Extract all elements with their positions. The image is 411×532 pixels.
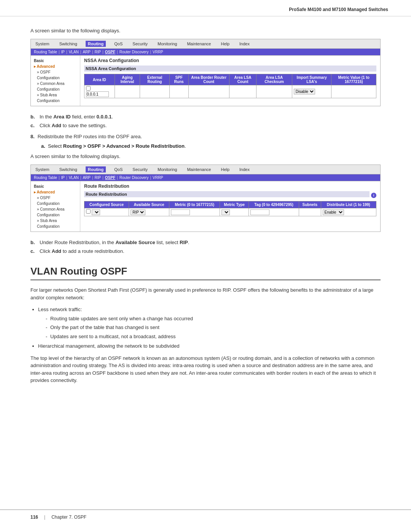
sub-bullet-multicast: Updates are sent to a multicast, not a b… <box>46 333 381 340</box>
sidebar-stub-config[interactable]: Configuration <box>31 98 80 104</box>
nav-system[interactable]: System <box>34 41 51 47</box>
sub-nav-1: Routing Table | IP | VLAN | ARP | RIP | … <box>31 49 380 56</box>
sidebar2-stub-area[interactable]: » Stub Area <box>31 218 80 224</box>
nssa-table: Area ID Aging Interval External Routing … <box>84 74 376 98</box>
tag-input[interactable] <box>250 209 269 215</box>
label-a: a. Select Routing > OSPF > Advanced > Ro… <box>41 143 186 149</box>
nav-help[interactable]: Help <box>219 41 231 47</box>
nav2-index[interactable]: Index <box>238 166 251 173</box>
subnav-vlan[interactable]: VLAN <box>69 50 79 54</box>
cell-import: Disable Enable <box>292 85 331 98</box>
nav-maintenance[interactable]: Maintenance <box>185 41 212 47</box>
col-area-id: Area ID <box>84 74 115 85</box>
import-select[interactable]: Disable Enable <box>294 89 315 94</box>
enable-select[interactable]: Enable Disable <box>323 209 344 215</box>
intro-text-1: A screen similar to the following displa… <box>30 28 381 34</box>
sidebar2-stub-config[interactable]: Configuration <box>31 224 80 229</box>
vlan-routing-ospf-heading: VLAN Routing OSPF <box>30 265 381 280</box>
bullet-hierarchical: Hierarchical management, allowing the ne… <box>38 342 381 350</box>
subnav-rip[interactable]: RIP <box>95 50 101 54</box>
nav-routing[interactable]: Routing <box>86 41 106 47</box>
metric-type-select[interactable] <box>221 209 230 215</box>
cell-metric <box>331 85 376 98</box>
metric-input[interactable] <box>171 209 190 215</box>
subnav-arp[interactable]: ARP <box>83 50 91 54</box>
nav2-security[interactable]: Security <box>131 166 149 173</box>
sidebar-ospf-config[interactable]: Configuration <box>31 75 80 81</box>
nav2-monitoring[interactable]: Monitoring <box>156 166 178 173</box>
footer-chapter: Chapter 7. OSPF <box>51 514 86 520</box>
label-c2: c. <box>30 248 37 254</box>
col-metric-val: Metric (0 to 16777215) <box>169 201 220 208</box>
cell-distribute: Enable Disable <box>321 208 376 216</box>
sidebar2-common-config[interactable]: Configuration <box>31 212 80 218</box>
cell-aging <box>115 85 140 98</box>
subnav-ospf[interactable]: OSPF <box>105 50 115 54</box>
nssa-section-title: NSSA Area Configuration <box>84 58 376 63</box>
sidebar-common-area[interactable]: » Common Area <box>31 81 80 86</box>
subnav-router-discovery[interactable]: Router Discovery <box>119 50 149 54</box>
sidebar2-common-area[interactable]: » Common Area <box>31 206 80 212</box>
subnav2-rip[interactable]: RIP <box>95 176 101 180</box>
configured-source-select[interactable] <box>92 209 100 215</box>
sidebar-common-config[interactable]: Configuration <box>31 86 80 92</box>
table-row: Disable Enable <box>84 85 376 98</box>
subnav2-router-discovery[interactable]: Router Discovery <box>119 176 149 180</box>
nav-index[interactable]: Index <box>238 41 251 47</box>
cell-spf <box>169 85 188 98</box>
sidebar-ospf[interactable]: » OSPF <box>31 69 80 75</box>
sidebar-advanced[interactable]: ▸ Advanced <box>31 64 80 69</box>
nav-qos[interactable]: QoS <box>113 41 124 47</box>
nav2-qos[interactable]: QoS <box>113 166 124 173</box>
redist-sub-title: Route Redistribution <box>84 191 370 197</box>
area-id-input[interactable] <box>86 91 109 97</box>
nav-monitoring[interactable]: Monitoring <box>156 41 178 47</box>
nav2-help[interactable]: Help <box>219 166 231 173</box>
col-import: Import Summary LSA's <box>292 74 331 85</box>
sub-instruction-a: a. Select Routing > OSPF > Advanced > Ro… <box>41 143 381 149</box>
sidebar2-basic[interactable]: Basic <box>31 184 80 189</box>
vlan-para-2: The top level of the hierarchy of an OSP… <box>30 355 381 384</box>
nav2-maintenance[interactable]: Maintenance <box>185 166 212 173</box>
sidebar2-ospf[interactable]: » OSPF <box>31 195 80 201</box>
main-area-2: Route Redistribution Route Redistributio… <box>80 181 380 232</box>
col-external: External Routing <box>140 74 169 85</box>
subnav2-routing-table[interactable]: Routing Table <box>34 176 57 180</box>
subnav2-ospf[interactable]: OSPF <box>105 176 115 180</box>
number-8: 8. <box>30 134 35 139</box>
mockup-body-1: Basic ▸ Advanced » OSPF Configuration » … <box>31 56 380 106</box>
subnav2-vlan[interactable]: VLAN <box>69 176 79 180</box>
subnav-ip[interactable]: IP <box>61 50 65 54</box>
text-c2: Click Add to add a route redistribution. <box>40 248 381 254</box>
subnav2-ip[interactable]: IP <box>61 176 65 180</box>
nav2-switching[interactable]: Switching <box>58 166 79 173</box>
nav-security[interactable]: Security <box>131 41 149 47</box>
sidebar-1: Basic ▸ Advanced » OSPF Configuration » … <box>31 56 80 106</box>
nav-bar-2: System Switching Routing QoS Security Mo… <box>31 165 380 174</box>
subnav2-vrrp[interactable]: VRRP <box>153 176 163 180</box>
available-source-select[interactable]: RIP <box>131 209 145 215</box>
sidebar-stub-area[interactable]: » Stub Area <box>31 92 80 98</box>
label-b2: b. <box>30 240 37 245</box>
redist-checkbox[interactable] <box>86 209 91 214</box>
subnav-routing-table[interactable]: Routing Table <box>34 50 57 54</box>
sidebar-basic[interactable]: Basic <box>31 58 80 64</box>
main-content: A screen similar to the following displa… <box>0 16 411 404</box>
page-footer: 116 | Chapter 7. OSPF <box>0 510 411 524</box>
col-aging: Aging Interval <box>115 74 140 85</box>
sidebar2-advanced[interactable]: ▸ Advanced <box>31 189 80 195</box>
row-checkbox[interactable] <box>86 86 91 91</box>
sidebar-2: Basic ▸ Advanced » OSPF Configuration » … <box>31 181 80 232</box>
mockup-nssa: System Switching Routing QoS Security Mo… <box>30 39 381 106</box>
nav2-system[interactable]: System <box>34 166 51 173</box>
text-b1: In the Area ID field, enter 0.0.0.1. <box>40 114 381 120</box>
label-b1: b. <box>30 114 37 120</box>
text-b2: Under Route Redistribution, in the Avail… <box>40 240 381 245</box>
sidebar2-ospf-config[interactable]: Configuration <box>31 201 80 206</box>
nav2-routing[interactable]: Routing <box>86 166 106 173</box>
subnav2-arp[interactable]: ARP <box>83 176 91 180</box>
subnav-vrrp[interactable]: VRRP <box>153 50 163 54</box>
nav-switching[interactable]: Switching <box>58 41 79 47</box>
info-icon: i <box>371 193 376 198</box>
vlan-para-1: For larger networks Open Shortest Path F… <box>30 286 381 301</box>
